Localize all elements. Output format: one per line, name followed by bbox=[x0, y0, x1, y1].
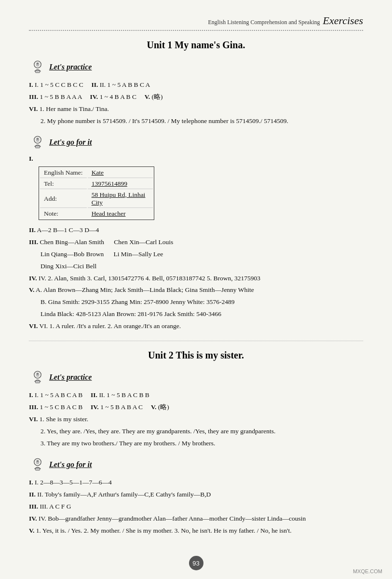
lets-practice-icon bbox=[29, 58, 46, 76]
unit1-practice-I-II: I. I. 1 ~ 5 C C B C C II. II. 1 ~ 5 A B … bbox=[29, 80, 363, 91]
lets-go-icon-2 bbox=[29, 456, 46, 473]
svg-rect-15 bbox=[36, 468, 40, 470]
watermark: MXQE.COM bbox=[353, 568, 382, 574]
svg-point-10 bbox=[37, 373, 39, 375]
unit1-go-III-line1-b: Chen Xin—Carl Louis bbox=[106, 238, 173, 246]
unit1-go-III-line3: Ding Xixi—Cici Bell bbox=[41, 261, 363, 272]
page-header: English Listening Comprehension and Spea… bbox=[29, 14, 363, 31]
add-label: Add: bbox=[40, 190, 87, 208]
unit1-lets-practice-heading: Let's practice bbox=[29, 58, 363, 76]
unit2-go-I: I. I. 2—8—3—5—1—7—6—4 bbox=[29, 477, 363, 488]
unit2-lets-practice-heading: Let's practice bbox=[29, 369, 363, 386]
unit2-lets-practice-label: Let's practice bbox=[49, 373, 92, 382]
svg-rect-3 bbox=[36, 70, 40, 73]
unit2-practice-I-II: I. I. 1 ~ 5 A B C A B II. II. 1 ~ 5 B A … bbox=[29, 390, 363, 401]
unit2-lets-go-label: Let's go for it bbox=[49, 460, 92, 469]
header-subtitle: English Listening Comprehension and Spea… bbox=[208, 19, 320, 26]
svg-point-6 bbox=[37, 138, 39, 140]
unit1-lets-go-heading: Let's go for it bbox=[29, 134, 363, 151]
tel-value: 13975614899 bbox=[88, 179, 153, 189]
unit2-go-III: III. III. A C F G bbox=[29, 501, 363, 512]
page-number-bar: 93 bbox=[0, 556, 392, 570]
unit1-practice-VI: VI. 1. Her name is Tina./ Tina. bbox=[29, 104, 363, 115]
unit1-go-V-A: V. A. Alan Brown—Zhang Min; Jack Smith—L… bbox=[29, 285, 363, 296]
unit1-go-IV: IV. IV. 2. Alan, Smith 3. Carl, 13015472… bbox=[29, 273, 363, 284]
svg-point-14 bbox=[37, 460, 39, 462]
page-number: 93 bbox=[189, 556, 203, 570]
unit2-title: Unit 2 This is my sister. bbox=[29, 350, 363, 361]
svg-rect-7 bbox=[36, 146, 40, 148]
svg-rect-11 bbox=[36, 381, 40, 383]
english-name-label: English Name: bbox=[40, 168, 87, 178]
unit1-go-V-B: B. Gina Smith: 2929-3155 Zhang Min: 257-… bbox=[41, 297, 363, 308]
unit2-practice-VI: VI. 1. She is my sister. bbox=[29, 414, 363, 425]
tel-label: Tel: bbox=[40, 179, 87, 189]
unit1-go-III-line1-a: Chen Bing—Alan Smith bbox=[40, 238, 105, 246]
unit2-lets-go-heading: Let's go for it bbox=[29, 456, 363, 473]
unit2-go-II: II. II. Toby's family—A,F Arthur's famil… bbox=[29, 489, 363, 500]
add-value: 58 Huipu Rd, Linhai City bbox=[88, 190, 153, 208]
page: English Listening Comprehension and Spea… bbox=[0, 0, 392, 579]
unit1-go-II: II. A—2 B—1 C—3 D—4 bbox=[29, 225, 363, 236]
lets-go-icon bbox=[29, 134, 46, 151]
note-value: Head teacher bbox=[88, 209, 153, 219]
unit-divider bbox=[29, 341, 363, 341]
english-name-value: Kate bbox=[88, 168, 153, 178]
svg-point-2 bbox=[37, 63, 39, 65]
info-table: English Name: Kate Tel: 13975614899 Add:… bbox=[39, 166, 154, 220]
unit1-practice-III-IV-V: III. 1 ~ 5 B B A A A IV. 1 ~ 4 B A B C V… bbox=[29, 92, 363, 103]
unit1-go-V-C: Linda Black: 428-5123 Alan Brown: 281-91… bbox=[41, 309, 363, 320]
unit2-practice-III-IV-V: III. 1 ~ 5 C B A C B IV. 1 ~ 5 B A B A C… bbox=[29, 402, 363, 413]
lets-practice-icon-2 bbox=[29, 369, 46, 386]
unit1-lets-go-label: Let's go for it bbox=[49, 138, 92, 147]
unit1-go-I-label: I. bbox=[29, 155, 363, 163]
unit2-practice-VI-3: 3. They are my two brothers./ They are m… bbox=[41, 438, 363, 449]
unit1-go-III-line2: Lin Qiang—Bob Brown Li Min—Sally Lee bbox=[41, 249, 363, 260]
header-title: Exercises bbox=[323, 14, 363, 27]
note-label: Note: bbox=[40, 209, 87, 219]
unit1-go-III-label: III. Chen Bing—Alan Smith Chen Xin—Carl … bbox=[29, 237, 363, 248]
unit2-go-V: V. 1. Yes, it is. / Yes. 2. My mother. /… bbox=[29, 525, 363, 537]
unit1-lets-practice-label: Let's practice bbox=[49, 63, 92, 71]
unit2-go-IV: IV. IV. Bob—grandfather Jenny—grandmothe… bbox=[29, 513, 363, 524]
unit2-practice-VI-2: 2. Yes, they are. /Yes, they are. They a… bbox=[41, 426, 363, 437]
unit1-title: Unit 1 My name's Gina. bbox=[29, 40, 363, 51]
unit1-go-VI: VI. VI. 1. A ruler. /It's a ruler. 2. An… bbox=[29, 321, 363, 332]
unit1-practice-VI-2: 2. My phone number is 5714509. / It's 57… bbox=[41, 116, 363, 127]
